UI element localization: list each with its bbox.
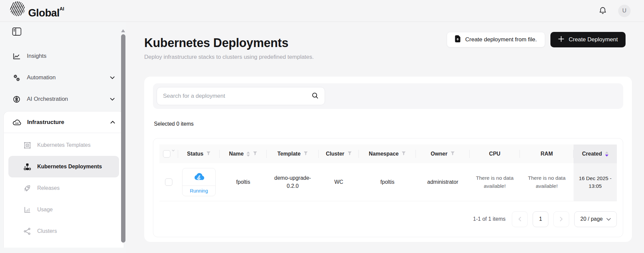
previous-page-button[interactable] (512, 211, 528, 227)
row-name-cell: fpoltis (220, 163, 267, 201)
row-cpu-cell: There is no data available! (470, 163, 520, 201)
sidebar-item-kubernetes-templates[interactable]: Kubernetes Templates (8, 134, 119, 156)
plus-icon (558, 36, 564, 44)
filter-icon[interactable] (347, 151, 352, 157)
sidebar-item-insights[interactable]: Insights (0, 45, 126, 67)
sidebar-item-ai-orchestration[interactable]: AI Orchestration (0, 88, 126, 110)
file-upload-icon (455, 35, 461, 44)
status-label: Running (182, 186, 215, 196)
sidebar-item-label: Clusters (37, 228, 57, 234)
page-size-value: 20 / page (580, 216, 603, 222)
deployments-card: Selected 0 items Status (144, 77, 632, 242)
status-badge[interactable]: Running (182, 168, 216, 196)
page-title: Kubernetes Deployments (144, 36, 314, 50)
brand-superscript: AI (59, 6, 64, 11)
row-checkbox[interactable] (165, 178, 172, 186)
sidebar-item-automation[interactable]: Automation (0, 67, 126, 88)
template-icon (23, 141, 31, 149)
sidebar-item-usage[interactable]: Usage (8, 199, 119, 220)
selection-dropdown-icon[interactable] (172, 150, 175, 152)
page-size-select[interactable]: 20 / page (574, 211, 617, 227)
column-header-created[interactable]: Created (574, 144, 617, 163)
chevron-down-icon (110, 98, 115, 101)
chart-line-icon (12, 52, 21, 60)
sidebar-collapse-icon[interactable] (12, 27, 21, 36)
column-header-template[interactable]: Template (267, 144, 319, 163)
sort-icon-active[interactable] (605, 152, 608, 157)
avatar-initial: U (622, 7, 626, 14)
notifications-bell-icon[interactable] (597, 5, 608, 16)
main-content: Kubernetes Deployments Deploy infrastruc… (126, 22, 644, 253)
sitemap-icon (23, 163, 31, 171)
sidebar-scrollbar[interactable] (121, 34, 125, 243)
network-icon (23, 227, 31, 235)
filter-icon[interactable] (304, 151, 308, 157)
row-cluster-cell: WC (319, 163, 359, 201)
rocket-icon (23, 184, 31, 192)
topbar: GlobalAI U (0, 0, 644, 22)
chevron-up-icon (110, 121, 115, 124)
column-header-status[interactable]: Status (178, 144, 220, 163)
filter-icon[interactable] (401, 151, 406, 157)
usage-chart-icon (23, 206, 31, 214)
sidebar-item-label: Automation (27, 74, 56, 81)
row-template-cell: demo-upgrade-0.2.0 (267, 163, 319, 201)
brain-icon (12, 95, 21, 103)
brand-logo: GlobalAI (10, 1, 64, 21)
sidebar-item-label: Kubernetes Deployments (37, 164, 102, 170)
filter-icon[interactable] (253, 151, 257, 157)
button-label: Create Deployment (569, 36, 618, 43)
row-status-cell: Running (178, 163, 220, 201)
deployments-table: Status Name Template (153, 138, 623, 237)
select-all-checkbox[interactable] (163, 150, 170, 158)
sidebar: Insights Automation (0, 22, 126, 253)
row-created-cell: 16 Dec 2025 - 13:05 (574, 163, 617, 201)
column-header-cluster[interactable]: Cluster (319, 144, 359, 163)
chevron-down-icon (110, 76, 115, 79)
search-box[interactable] (157, 87, 325, 105)
create-deployment-from-file-button[interactable]: Create deployment from file. (447, 32, 545, 47)
column-header-ram[interactable]: RAM (520, 144, 574, 163)
select-all-cell (159, 144, 178, 163)
sidebar-item-infrastructure[interactable]: Infrastructure (4, 112, 124, 133)
sidebar-item-label: Infrastructure (27, 119, 64, 126)
page-subtitle: Deploy infrastructure stacks to clusters… (144, 54, 314, 60)
sidebar-item-label: Usage (37, 207, 53, 213)
scrollbar-up-arrow[interactable] (121, 29, 125, 32)
selected-items-summary: Selected 0 items (154, 121, 623, 127)
sidebar-item-label: Insights (27, 53, 47, 59)
sidebar-group-infrastructure: Infrastructure (3, 111, 124, 248)
user-avatar[interactable]: U (618, 5, 631, 17)
sidebar-item-clusters[interactable]: Clusters (8, 220, 119, 242)
sidebar-item-kubernetes-deployments[interactable]: Kubernetes Deployments (8, 156, 119, 177)
pagination-summary: 1-1 of 1 items (473, 216, 505, 222)
column-header-namespace[interactable]: Namespace (359, 144, 416, 163)
table-row: Running fpoltis demo-upgrade-0.2.0 WC fp… (159, 163, 617, 201)
search-icon[interactable] (312, 92, 319, 100)
column-header-name[interactable]: Name (220, 144, 267, 163)
page-number-button[interactable]: 1 (533, 211, 548, 227)
row-namespace-cell: fpoltis (359, 163, 416, 201)
chevron-down-icon (606, 216, 611, 222)
row-owner-cell: administrator (416, 163, 470, 201)
column-header-cpu[interactable]: CPU (470, 144, 520, 163)
row-ram-cell: There is no data available! (520, 163, 574, 201)
sidebar-item-label: Kubernetes Templates (37, 142, 91, 148)
sidebar-item-releases[interactable]: Releases (8, 177, 119, 199)
column-header-owner[interactable]: Owner (416, 144, 470, 163)
next-page-button[interactable] (553, 211, 569, 227)
brand-name: GlobalAI (28, 1, 64, 21)
create-deployment-button[interactable]: Create Deployment (550, 32, 626, 47)
sort-icon[interactable] (247, 152, 250, 157)
search-input[interactable] (163, 93, 312, 99)
sidebar-item-label: AI Orchestration (27, 96, 68, 102)
cloud-bolt-icon (182, 168, 215, 186)
row-select-cell (159, 163, 178, 201)
sidebar-nav: Insights Automation (0, 45, 126, 248)
filter-icon[interactable] (450, 151, 455, 157)
table-header-row: Status Name Template (159, 144, 617, 163)
gears-icon (12, 74, 21, 82)
button-label: Create deployment from file. (465, 36, 537, 43)
cloud-icon (12, 119, 21, 126)
filter-icon[interactable] (206, 151, 211, 157)
